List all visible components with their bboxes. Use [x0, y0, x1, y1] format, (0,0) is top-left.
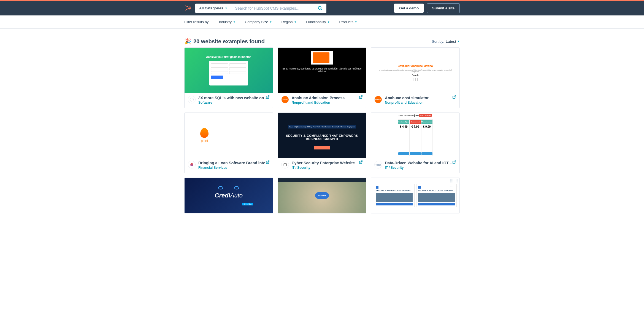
external-link-icon[interactable]	[359, 95, 363, 100]
header: All Categories ▼ Get a demo Submit a sit…	[0, 1, 644, 15]
filter-bar: Filter results by: Industry▼ Company Siz…	[0, 15, 644, 29]
card-thumbnail: CrediAuto EN LINEA	[185, 178, 273, 213]
search-container: All Categories ▼	[195, 4, 326, 13]
result-card[interactable]: point Bringing a Loan Software Brand int…	[184, 113, 273, 173]
external-link-icon[interactable]	[452, 160, 456, 165]
result-card[interactable]: Covid-19 (Coronavirus): 60 Day Free Tria…	[278, 113, 367, 173]
card-category[interactable]: Nonprofit and Education	[385, 101, 456, 105]
caret-down-icon: ▼	[355, 21, 357, 23]
result-card[interactable]: CrediAuto EN LINEA	[184, 178, 273, 213]
svg-marker-8	[190, 98, 193, 101]
card-title: 3X more SQL's with new website on HubSpo…	[198, 96, 270, 100]
results-grid: Achieve your first goals in months 3X mo…	[184, 47, 460, 219]
card-category[interactable]: IT / Security	[292, 166, 363, 170]
svg-line-2	[186, 8, 189, 10]
card-category[interactable]: Financial Services	[198, 166, 270, 170]
search-icon	[318, 6, 323, 11]
card-logo: ANÁHUAC	[374, 96, 382, 103]
party-popper-icon: 🎉	[184, 38, 191, 45]
card-thumbnail: Achieve your first goals in months	[185, 48, 273, 93]
card-title: Bringing a Loan Software Brand into the …	[198, 161, 270, 165]
results-heading: 🎉 20 website examples found	[184, 38, 265, 45]
svg-line-15	[454, 161, 456, 162]
card-title: Anahuac cost simulator	[385, 96, 456, 100]
card-thumbnail: point	[185, 113, 273, 158]
svg-line-1	[186, 6, 189, 7]
sort-dropdown[interactable]: Latest ▼	[446, 39, 460, 44]
svg-point-4	[185, 9, 186, 10]
result-card[interactable]: BiVienda	[278, 178, 367, 213]
filter-industry[interactable]: Industry▼	[219, 20, 236, 24]
caret-down-icon: ▼	[328, 21, 330, 23]
category-dropdown[interactable]: All Categories ▼	[195, 4, 231, 13]
caret-down-icon: ▼	[457, 40, 460, 43]
filter-region[interactable]: Region▼	[281, 20, 296, 24]
result-card[interactable]: Cotizador Anáhuac México La estructura d…	[371, 47, 460, 108]
card-category[interactable]: Software	[198, 101, 270, 105]
svg-line-9	[267, 96, 269, 97]
svg-line-14	[361, 161, 362, 162]
results-header: 🎉 20 website examples found Sort by: Lat…	[184, 29, 460, 47]
search-button[interactable]	[314, 4, 326, 13]
result-card[interactable]: START OPLOSSINGENjuneKLANT WORDEN Contra…	[371, 113, 460, 173]
sort-control: Sort by: Latest ▼	[432, 39, 460, 44]
result-card[interactable]: Achieve your first goals in months 3X mo…	[184, 47, 273, 108]
get-demo-button[interactable]: Get a demo	[394, 4, 424, 13]
svg-line-7	[321, 9, 322, 10]
caret-down-icon: ▼	[294, 21, 297, 23]
external-link-icon[interactable]	[452, 95, 456, 100]
external-link-icon[interactable]	[266, 160, 270, 165]
hubspot-logo-icon[interactable]	[184, 4, 192, 12]
caret-down-icon: ▼	[233, 21, 236, 23]
card-title: Anahuac Admission Process	[292, 96, 363, 100]
svg-point-6	[318, 6, 321, 9]
svg-line-10	[361, 96, 362, 97]
card-thumbnail: BECOME A WORLD-CLASS STUDENT BECOME A WO…	[371, 178, 459, 213]
caret-down-icon: ▼	[225, 7, 227, 10]
category-label: All Categories	[199, 6, 223, 10]
card-logo: june	[374, 161, 382, 168]
search-input[interactable]	[231, 4, 314, 13]
card-logo	[188, 161, 196, 168]
filter-products[interactable]: Products▼	[339, 20, 357, 24]
card-thumbnail: Covid-19 (Coronavirus): 60 Day Free Tria…	[278, 113, 366, 158]
result-card[interactable]: BECOME A WORLD-CLASS STUDENT BECOME A WO…	[371, 178, 460, 213]
card-thumbnail: Cotizador Anáhuac México La estructura d…	[371, 48, 459, 93]
external-link-icon[interactable]	[266, 95, 270, 100]
caret-down-icon: ▼	[269, 21, 272, 23]
card-logo	[281, 161, 289, 168]
svg-line-11	[454, 96, 456, 97]
sort-label: Sort by:	[432, 39, 444, 44]
card-title: Data-Driven Website for AI and IOT Compa…	[385, 161, 456, 165]
card-logo	[188, 96, 196, 103]
svg-line-12	[267, 161, 269, 162]
submit-site-button[interactable]: Submit a site	[427, 3, 460, 13]
svg-rect-13	[284, 163, 286, 166]
card-title: Cyber Security Enterprise Website	[292, 161, 363, 165]
svg-point-3	[185, 5, 186, 6]
result-card[interactable]: Es tu momento; comienza tu proceso de ad…	[278, 47, 367, 108]
filter-functionality[interactable]: Functionality▼	[306, 20, 330, 24]
card-category[interactable]: IT / Security	[385, 166, 456, 170]
card-category[interactable]: Nonprofit and Education	[292, 101, 363, 105]
card-thumbnail: Es tu momento; comienza tu proceso de ad…	[278, 48, 366, 93]
filter-company-size[interactable]: Company Size▼	[245, 20, 272, 24]
filter-label: Filter results by:	[184, 20, 210, 24]
card-thumbnail: BiVienda	[278, 178, 366, 213]
card-thumbnail: START OPLOSSINGENjuneKLANT WORDEN Contra…	[371, 113, 459, 158]
card-logo: ANÁHUAC	[281, 96, 289, 103]
external-link-icon[interactable]	[359, 160, 363, 165]
